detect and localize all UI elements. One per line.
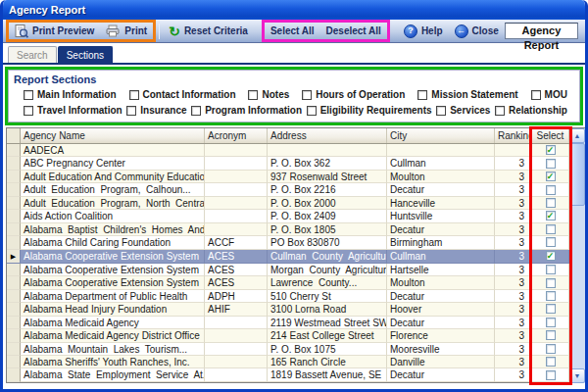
column-header-address[interactable]: Address (268, 128, 387, 143)
print-button[interactable]: Print (100, 23, 153, 39)
help-button[interactable]: ? Help (398, 23, 449, 40)
ranking-cell: 3 (495, 171, 532, 183)
row-selector-cell (7, 290, 21, 303)
select-all-button[interactable]: Select All (265, 24, 320, 38)
section-checkbox-insurance[interactable]: Insurance (126, 105, 186, 116)
deselect-all-button[interactable]: Deselect All (320, 24, 387, 38)
agency-name-cell: Alabama Sheriffs' Youth Ranches, Inc. (21, 356, 205, 368)
row-select-checkbox[interactable] (546, 159, 556, 169)
agency-name-cell: Adult Education And Community Education (21, 171, 205, 183)
column-header-city[interactable]: City (387, 128, 495, 143)
city-cell: Florence (387, 329, 495, 342)
row-select-checkbox[interactable] (546, 330, 556, 340)
address-cell: Cullman County Agricultural... (268, 250, 387, 264)
scroll-down-button[interactable]: ▼ (569, 368, 585, 383)
table-row[interactable]: Alabama Cooperative Extension SystemACES… (7, 276, 585, 289)
table-row[interactable]: Alabama Sheriffs' Youth Ranches, Inc.165… (7, 356, 585, 368)
row-select-checkbox[interactable] (546, 185, 556, 195)
section-checkbox-contact-information[interactable]: Contact Information (129, 89, 236, 100)
print-preview-button[interactable]: Print Preview (9, 23, 100, 40)
row-select-checkbox[interactable] (546, 318, 556, 327)
address-cell: 937 Rosenwald Street (268, 171, 387, 183)
row-select-checkbox[interactable] (546, 370, 556, 380)
section-checkbox-hours-of-operation[interactable]: Hours of Operation (302, 89, 405, 100)
table-row[interactable]: Alabama Head Injury FoundationAHIF3100 L… (7, 303, 585, 316)
table-row[interactable]: Alabama Mountain Lakes Tourism...P. O. B… (7, 343, 585, 356)
table-row[interactable]: Alabama Cooperative Extension SystemACES… (7, 264, 585, 276)
row-select-checkbox[interactable] (546, 344, 556, 354)
reset-criteria-button[interactable]: ↻ Reset Criteria (163, 24, 254, 39)
tab-sections[interactable]: Sections (58, 46, 113, 63)
address-cell: P. O. Box 362 (268, 157, 387, 170)
select-cell (532, 317, 569, 329)
close-button[interactable]: ← Close (449, 23, 505, 40)
section-checkbox-label: Travel Information (37, 105, 122, 116)
row-select-checkbox[interactable]: ✓ (546, 211, 556, 220)
table-row[interactable]: Adult Education Program, Calhoun...P. O.… (7, 183, 585, 196)
column-header-select[interactable]: Select (532, 128, 569, 143)
row-selector-cell (7, 144, 21, 157)
table-row[interactable]: ABC Pregnancy CenterP. O. Box 362Cullman… (7, 157, 585, 170)
agency-name-cell: Alabama Child Caring Foundation (21, 236, 205, 249)
report-sections-group: Report Sections Main InformationContact … (5, 67, 583, 125)
table-row[interactable]: Alabama Medicaid Agency2119 Westmead Str… (7, 317, 585, 329)
checkbox-icon (436, 106, 446, 116)
row-select-checkbox[interactable] (546, 237, 556, 247)
row-select-checkbox[interactable] (546, 357, 556, 367)
section-checkbox-program-information[interactable]: Program Information (191, 105, 302, 116)
grid-header-row: Agency NameAcronymAddressCityRankingSele… (7, 128, 585, 144)
row-select-checkbox[interactable] (546, 304, 556, 314)
column-header-acronym[interactable]: Acronym (205, 128, 268, 143)
tab-search[interactable]: Search (8, 46, 57, 63)
section-checkbox-main-information[interactable]: Main Information (24, 89, 117, 100)
scroll-up-button[interactable]: ▲ (569, 128, 585, 143)
table-row[interactable]: Alabama Department of Public HealthADPH5… (7, 290, 585, 303)
section-checkbox-travel-information[interactable]: Travel Information (24, 105, 122, 116)
table-row[interactable]: Adult Education Program, North Central..… (7, 197, 585, 210)
select-cell (532, 290, 569, 303)
city-cell: Huntsville (387, 210, 495, 222)
section-checkbox-notes[interactable]: Notes (248, 89, 289, 100)
table-row[interactable]: Alabama State Employment Service At...18… (7, 368, 585, 381)
table-row[interactable]: Alabama Medicaid Agency District Office2… (7, 329, 585, 342)
acronym-cell: ACCF (205, 236, 268, 249)
ranking-cell: 3 (495, 223, 532, 236)
section-checkbox-label: Program Information (205, 105, 302, 116)
row-select-checkbox[interactable] (546, 265, 556, 274)
tab-strip: Search Sections (3, 45, 585, 65)
row-select-checkbox[interactable] (546, 278, 556, 288)
acronym-cell: ACES (205, 264, 268, 276)
row-selector-cell (7, 356, 21, 368)
row-select-checkbox[interactable] (546, 224, 556, 234)
column-header-ranking[interactable]: Ranking (495, 128, 532, 143)
section-checkbox-mission-statement[interactable]: Mission Statement (417, 89, 517, 100)
section-checkbox-mou[interactable]: MOU (531, 89, 567, 100)
row-select-checkbox[interactable] (546, 198, 556, 208)
address-cell: 2119 Westmead Street SW (268, 317, 387, 329)
table-row[interactable]: Aids Action CoalitionP. O. Box 2409Hunts… (7, 210, 585, 222)
address-cell: 165 Ranch Circle (268, 356, 387, 368)
row-select-checkbox[interactable]: ✓ (546, 251, 556, 261)
city-cell: Hoover (387, 303, 495, 316)
checkbox-icon (24, 90, 33, 100)
section-checkbox-relationship[interactable]: Relationship (495, 105, 567, 116)
section-checkbox-eligibility-requirements[interactable]: Eligibility Requirements (307, 105, 432, 116)
ranking-cell: 3 (495, 197, 532, 210)
row-select-checkbox[interactable]: ✓ (546, 145, 556, 155)
table-row[interactable]: Alabama Child Caring FoundationACCFPO Bo… (7, 236, 585, 249)
grid-body: AADECA✓ABC Pregnancy CenterP. O. Box 362… (7, 144, 585, 382)
column-header-agency-name[interactable]: Agency Name (21, 128, 205, 143)
row-selector-cell (7, 197, 21, 210)
section-checkbox-services[interactable]: Services (436, 105, 490, 116)
table-row[interactable]: AADECA✓ (7, 144, 585, 157)
row-select-checkbox[interactable]: ✓ (546, 172, 556, 181)
table-row[interactable]: Adult Education And Community Education9… (7, 171, 585, 183)
scrollbar-thumb[interactable] (569, 143, 585, 206)
row-select-checkbox[interactable] (546, 291, 556, 301)
acronym-cell: ACES (205, 276, 268, 289)
agency-name-cell: AADECA (21, 144, 205, 157)
table-row[interactable]: Alabama Baptist Children's Homes And...P… (7, 223, 585, 236)
vertical-scrollbar[interactable]: ▲ ▼ (569, 128, 585, 383)
print-icon (106, 24, 121, 37)
table-row[interactable]: ▶Alabama Cooperative Extension SystemACE… (7, 250, 585, 264)
